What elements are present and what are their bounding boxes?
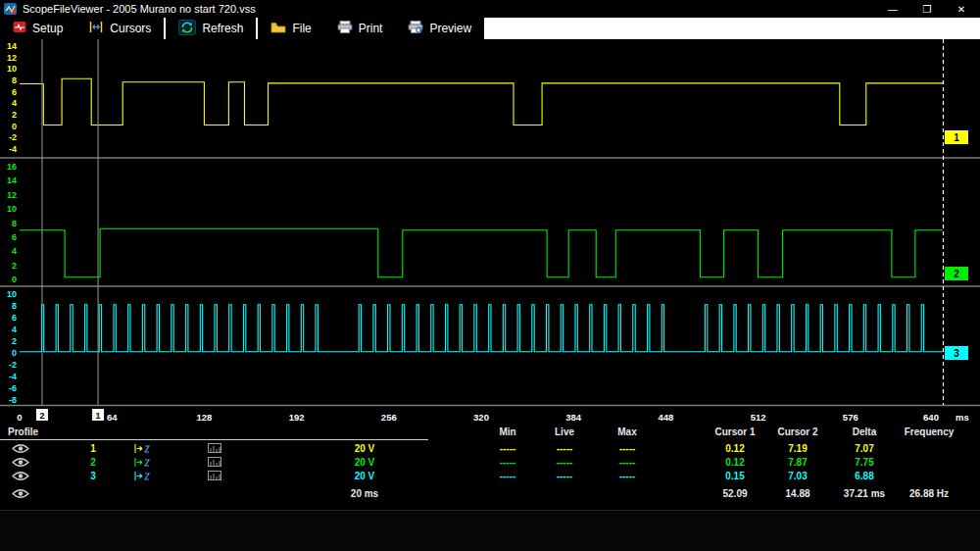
- channel-2-max: -----: [619, 457, 636, 468]
- maximize-button[interactable]: ❐: [918, 4, 936, 15]
- x-axis-label: 128: [196, 412, 212, 423]
- cursor2-header: Cursor 2: [777, 426, 817, 437]
- channel-1-scale-icon[interactable]: [208, 443, 221, 455]
- y-axis-label: 12: [7, 53, 17, 63]
- channel-1-min: -----: [500, 443, 516, 454]
- channel-3-trace: [20, 305, 943, 352]
- frequency-header: Frequency: [905, 426, 955, 437]
- print-button[interactable]: Print: [324, 18, 396, 39]
- channel-3-visibility-eye-icon[interactable]: [12, 471, 29, 483]
- y-axis-label: 4: [12, 325, 17, 334]
- channel-2-min: -----: [500, 457, 516, 468]
- x-axis-label: 448: [658, 412, 673, 423]
- y-axis-label: -2: [9, 360, 17, 370]
- toolbar-group-refresh: Refresh: [166, 18, 256, 39]
- channel-3-cursor1-value: 0.15: [725, 471, 744, 481]
- cursor-marker-label: 1: [96, 411, 101, 421]
- x-axis-label: 64: [107, 412, 118, 423]
- min-header: Min: [499, 426, 515, 437]
- channel-2-delta-value: 7.75: [855, 457, 873, 468]
- channel-3-scale-icon[interactable]: [208, 471, 221, 482]
- printer-icon: [337, 21, 353, 36]
- channel-2-cursor1-value: 0.12: [725, 457, 744, 468]
- channel-3-max: -----: [619, 471, 636, 481]
- y-axis-label: -4: [9, 372, 17, 381]
- refresh-label: Refresh: [202, 22, 243, 35]
- y-axis-label: 10: [7, 289, 17, 299]
- channel-badge-label: 1: [954, 132, 959, 143]
- y-axis-label: 0: [12, 275, 17, 284]
- x-axis-label: 576: [843, 412, 858, 423]
- minimize-button[interactable]: —: [884, 4, 902, 15]
- y-axis-label: 10: [7, 204, 17, 214]
- time-cursor2-value: 14.88: [785, 488, 809, 499]
- profile-header: Profile: [8, 426, 38, 437]
- time-delta-value: 37.21 ms: [844, 488, 885, 499]
- toolbar-group-setup: Setup Cursors: [0, 18, 164, 39]
- channel-2-cursor-icon[interactable]: [133, 457, 151, 470]
- frequency-value: 26.88 Hz: [909, 488, 949, 499]
- y-axis-label: 16: [7, 162, 17, 172]
- preview-label: Preview: [429, 22, 471, 35]
- channel-2-trace: [20, 228, 943, 276]
- y-axis-label: 8: [12, 219, 17, 228]
- channel-1-visibility-eye-icon[interactable]: [12, 443, 29, 456]
- channel-1-live: -----: [557, 443, 573, 454]
- y-axis-label: 2: [12, 110, 17, 120]
- x-axis-label: 320: [473, 412, 489, 423]
- channel-2-visibility-eye-icon[interactable]: [12, 457, 29, 470]
- y-axis-label: 0: [12, 348, 17, 358]
- y-axis-label: -8: [9, 395, 17, 405]
- window-title: ScopeFileViewer - 2005 Murano no start 7…: [23, 3, 256, 15]
- channel-badge-label: 2: [954, 269, 959, 279]
- print-preview-icon: [408, 21, 423, 36]
- y-axis-label: 8: [12, 301, 17, 311]
- preview-button[interactable]: Preview: [395, 18, 484, 39]
- channel-3-cursor2-value: 7.03: [788, 471, 807, 481]
- folder-icon: [270, 22, 286, 36]
- channel-2-live: -----: [557, 457, 573, 468]
- y-axis-label: -2: [9, 132, 17, 142]
- x-axis-label: 0: [17, 412, 22, 423]
- y-axis-label: 12: [7, 190, 17, 200]
- cursors-icon: [88, 21, 104, 36]
- setup-button[interactable]: Setup: [0, 18, 75, 39]
- header-divider: [0, 439, 428, 440]
- x-axis-label: 512: [751, 412, 766, 423]
- cursors-label: Cursors: [110, 22, 151, 35]
- time-cursor1-value: 52.09: [722, 488, 747, 499]
- scope-plot[interactable]: 14121086420-2-41161412108642021086420-2-…: [0, 39, 980, 424]
- channel-3-cursor-icon[interactable]: [133, 471, 151, 483]
- channel-3-min: -----: [500, 471, 516, 481]
- y-axis-label: 6: [12, 313, 17, 323]
- channel-3-scale: 20 V: [355, 471, 375, 481]
- channel-1-cursor-icon[interactable]: [133, 443, 151, 456]
- y-axis-label: 14: [7, 41, 17, 51]
- y-axis-label: 14: [7, 175, 17, 185]
- y-axis-label: 8: [12, 75, 17, 85]
- close-button[interactable]: ✕: [953, 4, 970, 15]
- channel-3-live: -----: [557, 471, 573, 481]
- max-header: Max: [617, 426, 636, 437]
- cursor-marker-label: 2: [39, 411, 44, 421]
- time-row-visibility-eye-icon[interactable]: [12, 488, 29, 501]
- channel-3-number: 3: [90, 471, 96, 481]
- channel-1-trace: [20, 78, 943, 125]
- y-axis-label: -4: [9, 144, 17, 154]
- time-scale: 20 ms: [351, 488, 378, 499]
- cursors-button[interactable]: Cursors: [75, 18, 164, 39]
- channel-1-max: -----: [619, 443, 636, 454]
- channel-2-cursor2-value: 7.87: [788, 457, 807, 468]
- title-bar: ScopeFileViewer - 2005 Murano no start 7…: [0, 0, 980, 18]
- channel-2-scale-icon[interactable]: [208, 457, 221, 469]
- x-axis-label: 640: [923, 412, 939, 423]
- refresh-button[interactable]: Refresh: [166, 18, 256, 39]
- x-axis-label: 192: [289, 412, 305, 423]
- y-axis-label: 2: [12, 336, 17, 346]
- x-axis-label: 384: [565, 412, 582, 423]
- channel-1-delta-value: 7.07: [855, 443, 873, 454]
- toolbar-group-file: File Print Preview: [258, 18, 484, 39]
- y-axis-label: 4: [12, 98, 17, 108]
- file-button[interactable]: File: [258, 18, 323, 39]
- x-axis-label: 256: [381, 412, 397, 423]
